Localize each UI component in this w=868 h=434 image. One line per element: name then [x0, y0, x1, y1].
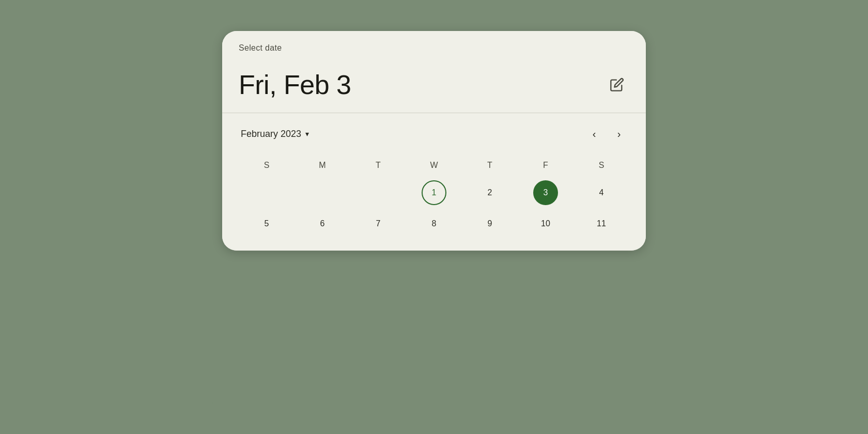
select-date-label: Select date [239, 43, 282, 52]
day-number-3: 3 [533, 180, 558, 205]
day-number-4: 4 [589, 180, 614, 205]
day-header-sat: S [574, 157, 629, 174]
calendar-week-2: 5 6 7 8 9 [239, 209, 629, 238]
day-header-tue: T [350, 157, 406, 174]
chevron-down-icon: ▾ [305, 130, 309, 138]
edit-date-button[interactable] [605, 72, 629, 97]
nav-arrows: ‹ › [584, 123, 629, 144]
month-nav-row: February 2023 ▾ ‹ › [239, 123, 629, 144]
day-header-sun: S [239, 157, 295, 174]
calendar-day-10[interactable]: 10 [518, 209, 574, 238]
day-headers-row: S M T W T F S [239, 157, 629, 174]
pencil-icon [610, 78, 624, 92]
day-header-thu: T [462, 157, 518, 174]
calendar-day-9[interactable]: 9 [462, 209, 518, 238]
calendar-day-1[interactable]: 1 [406, 178, 462, 207]
next-month-button[interactable]: › [609, 123, 629, 144]
calendar-day-2[interactable]: 2 [462, 178, 518, 207]
calendar-day-empty-2 [295, 178, 350, 207]
calendar-day-empty-1 [239, 178, 295, 207]
calendar-day-8[interactable]: 8 [406, 209, 462, 238]
calendar-day-3[interactable]: 3 [518, 178, 574, 207]
day-number-5: 5 [254, 211, 279, 236]
month-year-dropdown-button[interactable]: February 2023 ▾ [239, 125, 311, 144]
day-number-6: 6 [310, 211, 335, 236]
day-number-1: 1 [422, 180, 446, 205]
calendar-section: February 2023 ▾ ‹ › S M T W T F S [222, 113, 646, 251]
day-header-fri: F [518, 157, 574, 174]
calendar-weeks: 1 2 3 4 [239, 178, 629, 238]
day-header-wed: W [406, 157, 462, 174]
dialog-header: Select date [222, 31, 646, 61]
selected-date-row: Fri, Feb 3 [222, 61, 646, 113]
calendar-day-7[interactable]: 7 [350, 209, 406, 238]
calendar-day-4[interactable]: 4 [574, 178, 629, 207]
calendar-day-11[interactable]: 11 [574, 209, 629, 238]
day-number-9: 9 [477, 211, 502, 236]
date-picker-dialog: Select date Fri, Feb 3 February 2023 ▾ ‹… [222, 31, 646, 251]
day-number-8: 8 [422, 211, 446, 236]
day-number-10: 10 [533, 211, 558, 236]
day-number-2: 2 [477, 180, 502, 205]
day-header-mon: M [295, 157, 350, 174]
day-number-11: 11 [589, 211, 614, 236]
device-frame: Select date Fri, Feb 3 February 2023 ▾ ‹… [212, 16, 656, 419]
selected-date-display: Fri, Feb 3 [239, 69, 351, 100]
calendar-day-5[interactable]: 5 [239, 209, 295, 238]
calendar-day-empty-3 [350, 178, 406, 207]
day-number-7: 7 [366, 211, 391, 236]
calendar-day-6[interactable]: 6 [295, 209, 350, 238]
calendar-grid: S M T W T F S [239, 157, 629, 238]
prev-month-button[interactable]: ‹ [584, 123, 605, 144]
month-year-label: February 2023 [241, 129, 301, 140]
calendar-week-1: 1 2 3 4 [239, 178, 629, 207]
